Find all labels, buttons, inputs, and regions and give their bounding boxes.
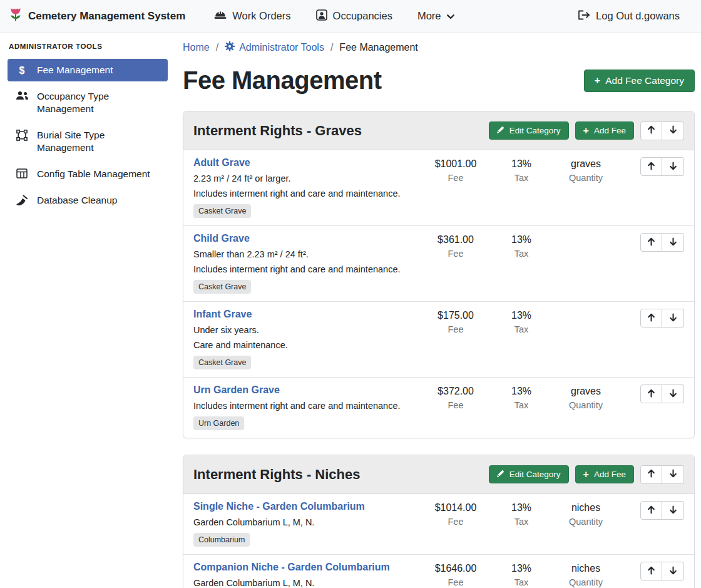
tax-label: Tax <box>490 517 553 527</box>
tax-value: 13% <box>490 158 553 170</box>
sidebar: ADMINISTRATOR TOOLS $ Fee Management Occ… <box>0 33 175 588</box>
fee-amount: $1646.00 <box>421 563 490 574</box>
move-fee-up-button[interactable] <box>640 501 662 520</box>
move-fee-up-button[interactable] <box>640 562 662 580</box>
move-fee-up-button[interactable] <box>640 157 662 176</box>
fee-name-link[interactable]: Single Niche - Garden Columbarium <box>193 501 365 512</box>
move-fee-down-button[interactable] <box>662 309 684 328</box>
nav-work-orders[interactable]: Work Orders <box>202 4 303 28</box>
category-title: Interment Rights - Niches <box>193 467 360 483</box>
nav-more[interactable]: More <box>405 5 467 27</box>
sidebar-heading: ADMINISTRATOR TOOLS <box>9 43 166 50</box>
move-fee-up-button[interactable] <box>640 309 662 328</box>
fee-description: Includes interment right and care and ma… <box>193 399 415 413</box>
add-fee-button[interactable]: +Add Fee <box>575 465 634 483</box>
fee-amount-column: $1001.00Fee <box>421 157 490 218</box>
fee-amount-column: $1646.00Fee <box>421 562 490 588</box>
breadcrumb-separator: / <box>330 42 333 53</box>
occupancy-icon <box>316 9 327 23</box>
tax-value: 13% <box>490 310 553 321</box>
fee-amount: $361.00 <box>421 234 490 245</box>
reorder-buttons <box>640 562 684 580</box>
move-category-down-button[interactable] <box>662 121 684 140</box>
pencil-icon <box>497 126 504 135</box>
breadcrumb: Home / Administrator Tools / Fee Managem… <box>183 41 695 54</box>
reorder-buttons <box>640 384 684 403</box>
move-fee-down-button[interactable] <box>662 562 684 580</box>
reorder-buttons <box>640 309 684 328</box>
tax-column: 13%Tax <box>490 384 553 430</box>
reorder-buttons <box>640 465 684 484</box>
logout-button[interactable]: Log Out d.gowans <box>565 5 692 28</box>
arrow-down-icon <box>670 505 677 516</box>
add-fee-category-button[interactable]: + Add Fee Category <box>584 70 695 92</box>
arrow-down-icon <box>670 566 677 577</box>
sidebar-item-database-cleanup[interactable]: Database Cleanup <box>8 189 168 212</box>
fee-description: Under six years. <box>193 323 415 337</box>
chevron-down-icon <box>447 10 454 22</box>
fee-label: Fee <box>421 517 490 527</box>
sidebar-item-fee-management[interactable]: $ Fee Management <box>8 59 168 81</box>
plus-icon: + <box>583 126 589 135</box>
move-fee-down-button[interactable] <box>662 384 684 403</box>
sidebar-item-burial-site-type-management[interactable]: Burial Site Type Management <box>8 124 168 159</box>
sidebar-item-occupancy-type-management[interactable]: Occupancy Type Management <box>8 85 168 120</box>
fee-type-badge: Columbarium <box>193 533 250 547</box>
brand[interactable]: Cemetery Management System <box>9 7 185 26</box>
move-fee-down-button[interactable] <box>662 157 684 176</box>
arrow-up-icon <box>648 469 655 480</box>
quantity-column: nichesQuantity <box>553 501 619 547</box>
nav-items: Work Orders Occupancies More <box>202 4 466 28</box>
move-fee-down-button[interactable] <box>662 501 684 520</box>
edit-category-button[interactable]: Edit Category <box>489 465 569 483</box>
broom-icon <box>15 195 29 206</box>
tax-column: 13%Tax <box>490 233 553 294</box>
move-category-down-button[interactable] <box>662 465 684 484</box>
categories-container: Interment Rights - GravesEdit Category+A… <box>183 111 695 588</box>
category-title: Interment Rights - Graves <box>193 123 362 139</box>
arrow-up-icon <box>648 505 655 516</box>
move-category-up-button[interactable] <box>640 121 662 140</box>
tax-column: 13%Tax <box>490 501 553 547</box>
dollar-icon: $ <box>15 64 29 76</box>
fee-name-link[interactable]: Child Grave <box>193 233 250 244</box>
fee-name-link[interactable]: Companion Niche - Garden Columbarium <box>193 562 390 573</box>
breadcrumb-current: Fee Management <box>339 42 417 53</box>
fee-type-badge: Casket Grave <box>193 204 251 218</box>
breadcrumb-home-link[interactable]: Home <box>183 42 210 53</box>
tax-label: Tax <box>490 249 553 259</box>
quantity-value: graves <box>553 158 619 170</box>
tax-value: 13% <box>490 386 553 397</box>
move-fee-up-button[interactable] <box>640 233 662 252</box>
tax-column: 13%Tax <box>490 562 553 588</box>
fee-name-link[interactable]: Adult Grave <box>193 157 250 168</box>
fee-name-link[interactable]: Urn Garden Grave <box>193 384 280 396</box>
add-fee-button[interactable]: +Add Fee <box>575 121 634 140</box>
fee-amount: $175.00 <box>421 310 490 321</box>
edit-category-button[interactable]: Edit Category <box>489 121 569 140</box>
arrow-down-icon <box>670 237 677 248</box>
plus-icon: + <box>583 470 589 479</box>
reorder-buttons <box>640 233 684 252</box>
reorder-buttons <box>640 501 684 520</box>
tax-label: Tax <box>490 577 553 587</box>
move-category-up-button[interactable] <box>640 465 662 484</box>
move-fee-up-button[interactable] <box>640 384 662 403</box>
fee-label: Fee <box>421 249 490 259</box>
logout-icon <box>578 10 590 23</box>
breadcrumb-admin-tools-link[interactable]: Administrator Tools <box>225 41 324 54</box>
arrow-down-icon <box>670 469 677 480</box>
move-fee-down-button[interactable] <box>662 233 684 252</box>
sidebar-item-config-table-management[interactable]: Config Table Management <box>8 163 168 185</box>
arrow-up-icon <box>648 162 655 172</box>
fee-amount: $372.00 <box>421 386 490 397</box>
fee-name-link[interactable]: Infant Grave <box>193 309 252 320</box>
fee-category-card: Interment Rights - GravesEdit Category+A… <box>183 111 695 438</box>
tax-value: 13% <box>490 234 553 245</box>
nav-occupancies[interactable]: Occupancies <box>304 4 405 28</box>
quantity-column <box>553 233 619 294</box>
tax-label: Tax <box>490 400 553 410</box>
fee-amount: $1001.00 <box>421 158 490 170</box>
quantity-value: graves <box>553 386 619 397</box>
main-content: Home / Administrator Tools / Fee Managem… <box>175 33 701 588</box>
